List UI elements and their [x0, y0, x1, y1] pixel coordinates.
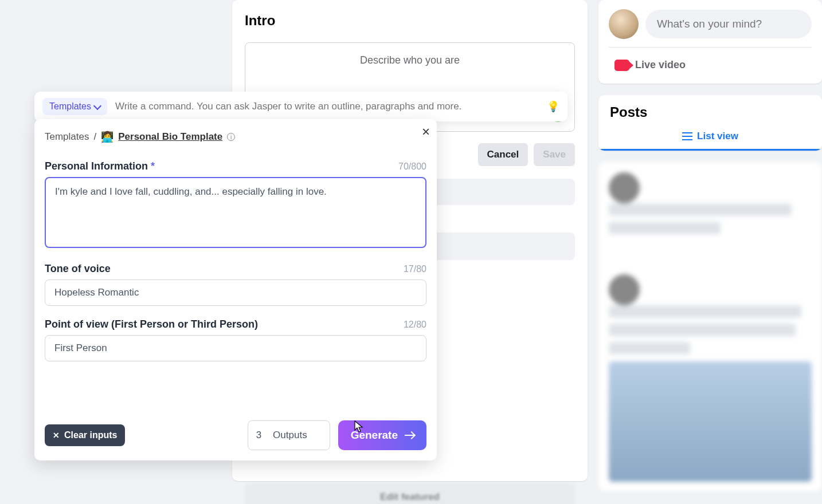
intro-placeholder: Describe who you are: [360, 54, 460, 66]
panel-footer: ✕ Clear inputs 3 Outputs Generate: [45, 420, 426, 450]
breadcrumb: Templates / 👩‍💻 Personal Bio Template i: [45, 131, 426, 143]
outputs-count-value: 3: [256, 430, 261, 441]
command-input[interactable]: [115, 101, 539, 112]
field-count-personal-info: 70/800: [398, 162, 426, 172]
live-video-button[interactable]: Live video: [609, 56, 691, 74]
intro-cancel-button[interactable]: Cancel: [478, 143, 529, 166]
video-icon: [614, 60, 629, 71]
list-icon: [682, 132, 692, 140]
avatar[interactable]: [609, 9, 639, 39]
panel-close-button[interactable]: ×: [417, 123, 435, 141]
template-emoji-icon: 👩‍💻: [101, 131, 113, 143]
feed-post-1: [598, 162, 822, 492]
feed-avatar: [609, 274, 640, 305]
tone-input[interactable]: [45, 279, 426, 306]
arrow-right-icon: [405, 435, 414, 436]
close-icon: ✕: [53, 431, 60, 440]
tab-list-view[interactable]: List view: [598, 124, 822, 151]
edit-featured-button[interactable]: Edit featured: [245, 483, 575, 504]
hint-bulb-icon[interactable]: 💡: [547, 100, 559, 113]
intro-title: Intro: [245, 13, 575, 29]
generate-button[interactable]: Generate: [338, 420, 426, 450]
info-icon[interactable]: i: [227, 133, 235, 141]
field-label-pov: Point of view (First Person or Third Per…: [45, 318, 258, 330]
chevron-down-icon: [93, 101, 101, 109]
jasper-command-bar: Templates 💡: [34, 92, 567, 121]
template-panel: × Templates / 👩‍💻 Personal Bio Template …: [34, 119, 437, 460]
field-personal-info: Personal Information * 70/800: [45, 160, 426, 250]
personal-info-input[interactable]: [45, 177, 426, 248]
feed-avatar: [609, 172, 640, 203]
field-label-tone: Tone of voice: [45, 263, 111, 275]
breadcrumb-root[interactable]: Templates: [45, 131, 89, 143]
templates-label: Templates: [49, 101, 91, 112]
templates-dropdown[interactable]: Templates: [42, 98, 107, 115]
pov-input[interactable]: [45, 335, 426, 361]
clear-inputs-button[interactable]: ✕ Clear inputs: [45, 424, 125, 446]
field-count-tone: 17/80: [404, 264, 426, 274]
field-count-pov: 12/80: [404, 320, 426, 330]
compose-card: Live video: [598, 0, 822, 84]
posts-title: Posts: [598, 95, 822, 124]
field-tone: Tone of voice 17/80: [45, 263, 426, 306]
intro-save-button[interactable]: Save: [534, 143, 575, 166]
breadcrumb-sep: /: [93, 131, 96, 143]
posts-card: Posts List view: [598, 95, 822, 151]
breadcrumb-template-name[interactable]: Personal Bio Template: [118, 131, 222, 143]
feed-image: [609, 361, 812, 482]
field-pov: Point of view (First Person or Third Per…: [45, 318, 426, 361]
compose-input[interactable]: [645, 10, 812, 38]
right-column: Live video Posts List view: [598, 0, 822, 492]
field-label-personal-info: Personal Information *: [45, 160, 155, 172]
outputs-count-box[interactable]: 3 Outputs: [248, 420, 330, 450]
outputs-label: Outputs: [273, 430, 307, 441]
